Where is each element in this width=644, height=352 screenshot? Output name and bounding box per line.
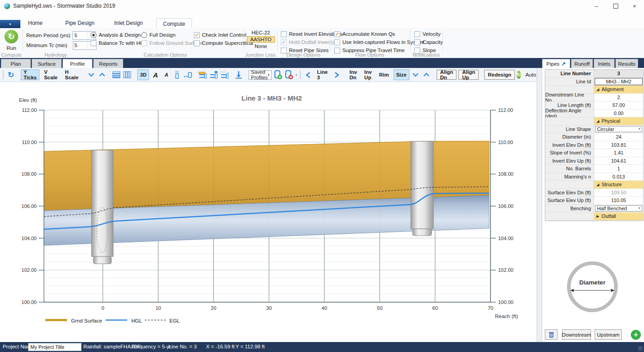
tab-pipes[interactable]: Pipes↗ <box>542 59 570 68</box>
property-row: Slope of Invert (%)1.41 <box>545 149 643 157</box>
manhole-mh3 <box>411 141 433 236</box>
3d-toggle[interactable]: 3D <box>137 69 149 80</box>
tab-runoff[interactable]: Runoff <box>571 59 593 68</box>
chevron-up-icon[interactable] <box>97 70 106 80</box>
property-value[interactable]: 104.61 <box>594 157 643 165</box>
tab-inlets[interactable]: Inlets <box>594 59 615 68</box>
h-scale-button[interactable]: H Scale <box>62 69 81 80</box>
downstream-button[interactable]: Downstream <box>562 329 591 340</box>
chevron-down-icon[interactable] <box>411 70 420 80</box>
prev-line-icon[interactable] <box>303 70 312 80</box>
checkbox-accumulate-qs[interactable]: ✓Accumulate Known Qs <box>334 31 424 37</box>
svg-text:104.00: 104.00 <box>21 236 37 241</box>
redesign-button[interactable]: Redesign <box>484 70 515 80</box>
delete-profile-icon[interactable] <box>284 70 293 80</box>
align-ground-icon[interactable] <box>198 70 207 80</box>
toolbar-overflow-icon[interactable]: ▾ <box>295 73 297 77</box>
tab-home[interactable]: Home <box>22 18 49 28</box>
y-ticks-toggle[interactable]: Y Ticks <box>21 69 39 80</box>
checkbox-reset-invert[interactable]: Reset Invert Elevations <box>281 31 342 37</box>
property-value: 109.50 <box>594 189 643 197</box>
tab-pipe-design[interactable]: Pipe Design <box>59 18 101 28</box>
saved-profiles-select[interactable]: Saved Profiles▾ <box>249 70 272 80</box>
toolbar-grip[interactable] <box>3 71 4 79</box>
panel-splitter[interactable] <box>537 68 542 342</box>
vertical-gridlines-icon[interactable] <box>123 70 132 80</box>
property-value[interactable]: 103.81 <box>594 141 643 149</box>
close-button[interactable]: × <box>625 0 644 12</box>
expanded-icon: ◢ <box>596 87 599 92</box>
align-rim-icon[interactable] <box>220 70 229 80</box>
property-row: No. Barrels1 <box>545 165 643 173</box>
tab-profile[interactable]: Profile <box>62 59 92 68</box>
inv-up-button[interactable]: Inv Up <box>361 69 375 80</box>
auto-run-icon[interactable]: ↻ <box>517 71 521 79</box>
align-invert-up-icon[interactable] <box>209 70 218 80</box>
property-value[interactable]: 24 <box>594 133 643 141</box>
group-label-compute: Compute <box>0 52 23 58</box>
add-profile-icon[interactable] <box>274 70 283 80</box>
inv-dn-button[interactable]: Inv Dn <box>347 69 360 80</box>
toolbar-grip[interactable] <box>300 71 301 79</box>
checkbox-capacity[interactable]: Capacity <box>414 39 443 45</box>
chevron-up-icon[interactable] <box>422 70 431 80</box>
tab-compute[interactable]: Compute <box>156 18 192 29</box>
property-value[interactable]: 0.013 <box>594 173 643 181</box>
benching-select[interactable]: Half Benched▾ <box>595 205 642 212</box>
add-line-button[interactable]: + <box>631 330 641 340</box>
group-label-notifications: Notifications <box>410 52 442 58</box>
rim-button[interactable]: Rim <box>376 69 392 80</box>
next-line-icon[interactable] <box>332 70 341 80</box>
junction-aashto-selected[interactable]: AASHTO <box>247 36 274 43</box>
font-increase-icon[interactable]: A <box>151 70 160 80</box>
profile-toolbar: ↻ Y Ticks V Scale H Scale 3D A A Saved P… <box>0 68 537 82</box>
pop-out-icon[interactable]: ↗ <box>561 61 566 67</box>
drop-structure-icon[interactable] <box>234 70 243 80</box>
property-value[interactable]: 0.00 <box>594 110 643 118</box>
align-dn-button[interactable]: Align Dn <box>437 70 457 80</box>
property-value[interactable]: 57.00 <box>594 101 643 110</box>
chevron-down-icon[interactable] <box>87 70 96 80</box>
delete-line-button[interactable] <box>545 329 557 340</box>
upstream-button[interactable]: Upstream <box>595 329 622 340</box>
checkbox-icon <box>334 39 340 45</box>
svg-text:70: 70 <box>488 305 493 311</box>
tab-surface[interactable]: Surface <box>32 59 62 68</box>
resize-grip[interactable] <box>638 346 643 351</box>
minimize-button[interactable]: – <box>587 0 606 12</box>
property-value[interactable]: 110.05 <box>594 197 643 205</box>
tab-inlet-design[interactable]: Inlet Design <box>108 18 149 28</box>
svg-text:104.00: 104.00 <box>498 236 514 241</box>
tab-plan[interactable]: Plan <box>1 59 31 68</box>
checkbox-inlet-captured[interactable]: Use Inlet-captured Flows in System <box>334 39 424 45</box>
line-nav-label: Line 3 <box>314 69 331 80</box>
checkbox-velocity[interactable]: Velocity <box>414 31 443 37</box>
pipes-panel: Line Number3 Line IdMH3 - MH2 ◢Alignment… <box>542 68 644 342</box>
run-button[interactable]: ↻ <box>5 30 18 43</box>
pipe-invert-icon[interactable] <box>183 70 192 80</box>
manhole-tool-icon[interactable] <box>173 70 182 80</box>
min-tc-label: Minimum Tc (min) <box>26 43 67 48</box>
radio-analysis-design[interactable]: Analysis & Design <box>91 32 147 38</box>
align-up-button[interactable]: Align Up <box>458 70 479 80</box>
app-menu-button[interactable]: ▾ <box>0 20 20 28</box>
property-value[interactable]: 2 <box>594 94 643 102</box>
junction-none[interactable]: None <box>255 43 267 49</box>
line-id-field[interactable]: MH3 - MH2 <box>595 78 643 85</box>
junction-hec22[interactable]: HEC-22 <box>252 30 270 35</box>
checkbox-balance-tc[interactable]: Balance Tc with HGL <box>91 40 147 46</box>
tab-reports[interactable]: Reports <box>93 59 123 68</box>
profile-chart[interactable]: Line 3 - MH3 - MH2 Elev (ft) Reach (ft) … <box>0 82 537 342</box>
tab-results[interactable]: Results <box>615 59 638 68</box>
maximize-button[interactable] <box>606 0 625 12</box>
property-value[interactable]: 1 <box>594 165 643 173</box>
refresh-icon[interactable]: ↻ <box>6 70 15 80</box>
property-value[interactable]: 1.41 <box>594 149 643 157</box>
project-name-input[interactable]: My Project Title <box>28 343 82 351</box>
line-shape-select[interactable]: Circular▾ <box>595 126 642 132</box>
size-toggle[interactable]: Size <box>394 69 409 80</box>
font-decrease-icon[interactable]: A <box>162 70 171 80</box>
horizontal-gridlines-icon[interactable] <box>112 70 121 80</box>
v-scale-button[interactable]: V Scale <box>41 69 60 80</box>
svg-text:30: 30 <box>266 305 272 311</box>
